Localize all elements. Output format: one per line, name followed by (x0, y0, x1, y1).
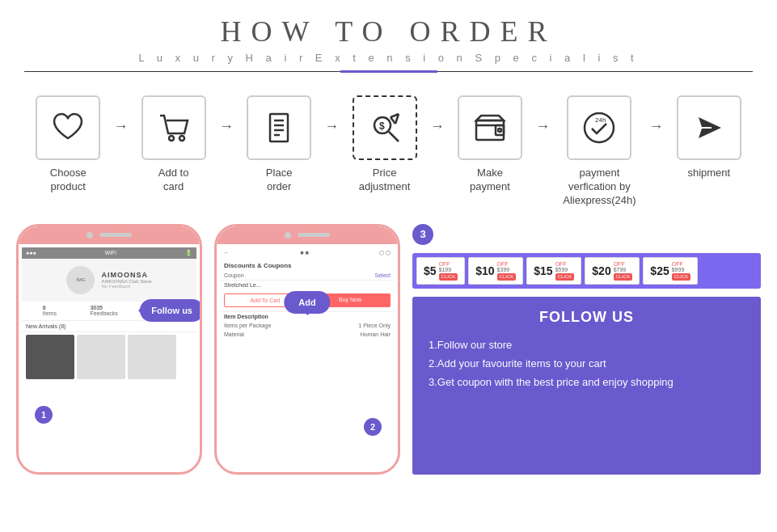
page-subtitle: L u x u r y H a i r E x t e n s i o n S … (0, 52, 777, 64)
steps-section: Chooseproduct → Add tocard → Placeorder (0, 79, 777, 216)
svg-text:$: $ (379, 120, 385, 132)
coupon-5-off: OFF $999 CLICK (672, 261, 691, 281)
plane-icon (689, 108, 729, 148)
phone-1-no-feedback: No Feedback (101, 284, 151, 289)
step-3-label: Placeorder (266, 167, 293, 194)
phone-1-header-bar: ●●● WiFi 🔋 (22, 247, 196, 259)
phone-2-desc-val-1: 1 Piece Only (358, 323, 391, 328)
follow-info-list: 1.Follow our store 2.Add your favourite … (429, 336, 745, 392)
divider-accent (340, 70, 437, 73)
add-bubble: Add (284, 291, 330, 314)
step-6-label: paymentverfication byAliexpress(24h) (563, 167, 636, 208)
phone-2-desc-row-2: Material Human Hair (220, 330, 395, 339)
coupon-3-click[interactable]: CLICK (555, 273, 575, 281)
coupon-4-off: OFF $799 CLICK (614, 261, 633, 281)
phone-2-desc-key-1: Items per Package (224, 323, 271, 328)
phone-2-coupon-label: Coupon (224, 272, 244, 278)
follow-info-panel: FOLLOW US 1.Follow our store 2.Add your … (412, 297, 761, 475)
price-tag-icon: $ (365, 108, 405, 148)
coupon-3-amount: $15 (534, 264, 552, 277)
coupon-1: $5 OFF $199 CLICK (416, 257, 465, 285)
coupon-1-min: $199 (439, 267, 458, 273)
coupon-3-off-label: OFF (555, 261, 575, 268)
wallet-icon (470, 108, 510, 148)
coupon-4-min: $799 (614, 267, 633, 273)
step-2-icon-box (141, 95, 206, 160)
svg-text:24h: 24h (595, 116, 606, 124)
phone-1-signal: ●●● (26, 250, 36, 255)
svg-line-12 (389, 132, 399, 141)
phone-1-stat-feedbacks: 3035Feedbacks (90, 305, 117, 317)
step-2-label: Add tocard (158, 167, 189, 194)
follow-item-2: 2.Add your favourite items to your cart (429, 354, 745, 373)
step-6-icon-box: 24h (567, 95, 631, 160)
phone-2-stretched: Stretched Le... (220, 280, 395, 289)
svg-point-1 (179, 136, 184, 141)
phone-2-select[interactable]: Select (375, 272, 391, 278)
coupon-2-click[interactable]: CLICK (497, 273, 517, 281)
arrow-4: → (429, 118, 446, 135)
list-icon (259, 108, 299, 148)
coupon-5-click[interactable]: CLICK (672, 273, 691, 281)
coupon-4: $20 OFF $799 CLICK (585, 257, 640, 285)
step-7-icon-box (677, 95, 741, 160)
verify-icon: 24h (579, 108, 619, 148)
cart-icon (154, 108, 194, 148)
coupon-2-min: $399 (497, 267, 517, 273)
step-3-icon-box (247, 95, 311, 160)
coupon-1-off-label: OFF (439, 261, 458, 268)
step-circle-1: 1 (35, 406, 53, 424)
phone-1-mockup: ●●● WiFi 🔋 IMG AIMOONSA AIMOONSA Club St… (16, 224, 202, 475)
phone-2-mockup: ← ■ ■ ⬡ ⬡ Discounts & Coupons Coupon Sel… (214, 224, 400, 475)
phone-2-camera (285, 232, 291, 239)
coupon-2-amount: $10 (475, 264, 494, 277)
coupon-5-amount: $25 (650, 264, 669, 277)
step-1-label: Chooseproduct (50, 167, 87, 194)
coupon-5: $25 OFF $999 CLICK (643, 257, 698, 285)
phone-1-new-arrivals: New Arrivals (8) (22, 321, 196, 332)
step-choose-product: Chooseproduct (24, 95, 112, 194)
step-1-icon-box (36, 95, 100, 160)
phone-2-stretched-text: Stretched Le... (224, 282, 261, 288)
phone-1-stat-items: 8Items (43, 305, 57, 317)
step-3-header: 3 (412, 224, 761, 245)
follow-info-title: FOLLOW US (429, 309, 745, 326)
step-circle-2: 2 (364, 418, 382, 436)
step-4-icon-box: $ (353, 95, 417, 160)
phone-1-img-3 (128, 335, 176, 379)
phone-1-img-1 (26, 335, 74, 379)
coupon-5-off-label: OFF (672, 261, 691, 268)
phone-2-icons: ⬡ ⬡ (379, 250, 391, 256)
svg-rect-2 (270, 114, 288, 141)
heart-icon (48, 108, 88, 148)
phone-1-top-bar (19, 226, 200, 244)
phone-1-brand-area: IMG AIMOONSA AIMOONSA Club Store No Feed… (22, 259, 196, 302)
svg-point-16 (498, 129, 501, 132)
coupon-4-amount: $20 (592, 264, 610, 277)
arrow-5: → (534, 118, 551, 135)
page-header: HOW TO ORDER L u x u r y H a i r E x t e… (0, 0, 777, 79)
coupon-1-click[interactable]: CLICK (439, 273, 458, 281)
phone-1-wifi: WiFi (105, 250, 116, 255)
phone-2-desc-val-2: Human Hair (361, 331, 391, 337)
step-7-label: shipment (687, 167, 730, 180)
step-shipment: shipment (665, 95, 753, 180)
phone-1-camera (87, 232, 93, 239)
phone-2-discounts-title: Discounts & Coupons (220, 259, 395, 271)
phone-1-images (22, 332, 196, 382)
phone-1-brand-text: AIMOONSA AIMOONSA Club Store No Feedback (101, 271, 151, 289)
page-title: HOW TO ORDER (0, 15, 777, 49)
coupon-strip: $5 OFF $199 CLICK $10 OFF $399 CLICK $15 (412, 253, 761, 289)
phone-2-desc-row-1: Items per Package 1 Piece Only (220, 321, 395, 330)
step-place-order: Placeorder (235, 95, 323, 194)
svg-point-0 (169, 136, 174, 141)
phone-2-back: ← (224, 250, 230, 255)
coupon-3-off: OFF $599 CLICK (555, 261, 575, 281)
phone-1-img-2 (77, 335, 125, 379)
coupon-2-off: OFF $399 CLICK (497, 261, 517, 281)
follow-item-1: 1.Follow our store (429, 336, 745, 354)
coupon-3: $15 OFF $599 CLICK (526, 257, 581, 285)
coupon-4-click[interactable]: CLICK (614, 273, 633, 281)
coupon-1-amount: $5 (424, 264, 437, 277)
phone-1-avatar: IMG (66, 266, 95, 294)
